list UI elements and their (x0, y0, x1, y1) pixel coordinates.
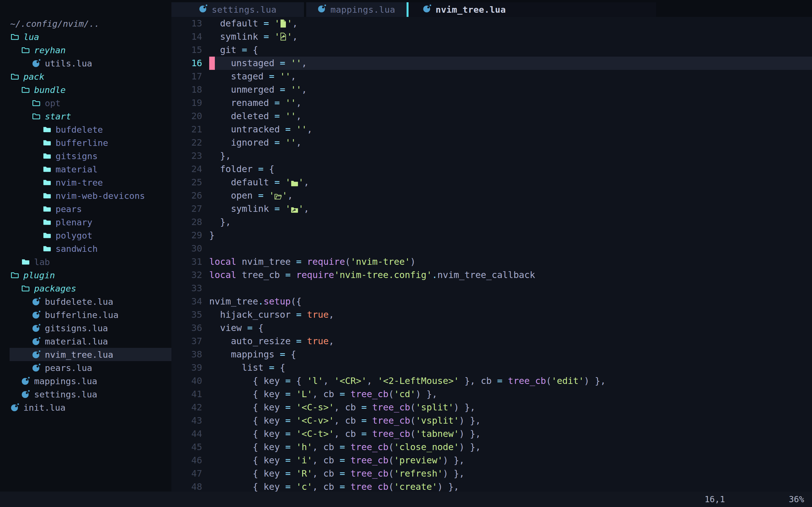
token: = (280, 58, 285, 68)
tree-item-bufdelete.lua[interactable]: bufdelete.lua (0, 295, 171, 308)
code-line-17[interactable]: 17 staged = '', (171, 70, 812, 83)
code-line-34[interactable]: 34nvim_tree.setup({ (171, 295, 812, 308)
tree-item-opt[interactable]: opt (0, 96, 171, 110)
token (367, 415, 372, 426)
tree-item-pears[interactable]: pears (0, 202, 171, 216)
tree-item-lua[interactable]: lua (0, 30, 171, 43)
lua-icon (10, 403, 19, 412)
token: = (285, 468, 291, 479)
code-line-26[interactable]: 26 open = '', (171, 189, 812, 202)
token: '' (285, 98, 296, 108)
tab-nvim_tree.lua[interactable]: nvim_tree.lua (409, 2, 656, 17)
tab-label: mappings.lua (331, 4, 395, 15)
lua-icon (32, 311, 41, 320)
tree-item-gitsigns[interactable]: gitsigns (0, 149, 171, 163)
token: = (296, 336, 301, 346)
tree-item-material.lua[interactable]: material.lua (0, 335, 171, 348)
tab-settings.lua[interactable]: settings.lua (171, 2, 304, 17)
token: { key (209, 442, 285, 452)
code-line-42[interactable]: 42 { key = '<C-s>', cb = tree_cb('split'… (171, 401, 812, 414)
tree-item-lab[interactable]: lab (0, 255, 171, 269)
code-line-25[interactable]: 25 default = '', (171, 176, 812, 189)
folder-filled-icon (42, 152, 51, 161)
tree-item-plenary[interactable]: plenary (0, 216, 171, 229)
code-line-18[interactable]: 18 unmerged = '', (171, 83, 812, 96)
tree-item-mappings.lua[interactable]: mappings.lua (0, 374, 171, 388)
tree-item-nvim-web-devicons[interactable]: nvim-web-devicons (0, 189, 171, 202)
code-line-40[interactable]: 40 { key = { 'l', '<CR>', '<2-LeftMouse>… (171, 374, 812, 388)
line-text: { key = 'R', cb = tree_cb('refresh') }, (209, 467, 812, 480)
tree-item-polygot[interactable]: polygot (0, 229, 171, 242)
token (280, 98, 285, 108)
tab-mappings.lua[interactable]: mappings.lua (306, 2, 407, 17)
tree-item-sandwich[interactable]: sandwich (0, 242, 171, 255)
code-line-14[interactable]: 14 symlink = '', (171, 30, 812, 43)
line-number: 33 (171, 282, 209, 295)
code-line-46[interactable]: 46 { key = 'i', cb = tree_cb('preview') … (171, 454, 812, 467)
code-line-44[interactable]: 44 { key = '<C-t>', cb = tree_cb('tabnew… (171, 427, 812, 441)
code-line-36[interactable]: 36 view = { (171, 321, 812, 335)
code-line-29[interactable]: 29} (171, 229, 812, 242)
tree-item-bufferline[interactable]: bufferline (0, 136, 171, 149)
code-line-37[interactable]: 37 auto_resize = true, (171, 335, 812, 348)
code-line-38[interactable]: 38 mappings = { (171, 348, 812, 361)
code-line-13[interactable]: 13 default = '', (171, 17, 812, 30)
code-line-19[interactable]: 19 renamed = '', (171, 96, 812, 110)
tree-item-init.lua[interactable]: init.lua (0, 401, 171, 414)
tree-item-label: bundle (34, 85, 66, 95)
line-number: 40 (171, 374, 209, 388)
token (302, 256, 307, 267)
code-line-30[interactable]: 30 (171, 242, 812, 255)
code-line-15[interactable]: 15 git = { (171, 43, 812, 57)
token: = (285, 429, 291, 439)
code-line-23[interactable]: 23 }, (171, 149, 812, 163)
code-line-41[interactable]: 41 { key = 'L', cb = tree_cb('cd') }, (171, 388, 812, 401)
line-text: auto_resize = true, (209, 335, 812, 348)
code-line-32[interactable]: 32local tree_cb = require'nvim-tree.conf… (171, 269, 812, 282)
token: = (264, 18, 269, 29)
token: git (209, 45, 242, 55)
folder-filled-icon (42, 244, 51, 253)
tree-item-packages[interactable]: packages (0, 282, 171, 295)
tree-item-plugin[interactable]: plugin (0, 269, 171, 282)
tree-item-bufferline.lua[interactable]: bufferline.lua (0, 308, 171, 321)
code-line-45[interactable]: 45 { key = 'h', cb = tree_cb('close_node… (171, 441, 812, 454)
line-number: 16 (171, 57, 209, 70)
token: = (247, 323, 253, 333)
code-line-28[interactable]: 28 }, (171, 216, 812, 229)
line-number: 37 (171, 335, 209, 348)
code-line-47[interactable]: 47 { key = 'R', cb = tree_cb('refresh') … (171, 467, 812, 480)
code-line-20[interactable]: 20 deleted = '', (171, 110, 812, 123)
code-line-35[interactable]: 35 hijack_cursor = true, (171, 308, 812, 321)
tree-item-utils.lua[interactable]: utils.lua (0, 57, 171, 70)
code-line-43[interactable]: 43 { key = '<C-v>', cb = tree_cb('vsplit… (171, 414, 812, 427)
token: 'preview' (394, 455, 443, 466)
code-line-31[interactable]: 31local nvim_tree = require('nvim-tree') (171, 255, 812, 269)
line-text: view = { (209, 321, 812, 335)
code-line-33[interactable]: 33 (171, 282, 812, 295)
tree-item-settings.lua[interactable]: settings.lua (0, 388, 171, 401)
code-line-27[interactable]: 27 symlink = '', (171, 202, 812, 216)
code-line-21[interactable]: 21 untracked = '', (171, 123, 812, 136)
tree-item-pears.lua[interactable]: pears.lua (0, 361, 171, 374)
folder-outline-icon (21, 46, 30, 55)
tree-item-nvim-tree[interactable]: nvim-tree (0, 176, 171, 189)
token: . (432, 270, 437, 280)
tree-item-bufdelete[interactable]: bufdelete (0, 123, 171, 136)
code-line-24[interactable]: 24 folder = { (171, 163, 812, 176)
tree-item-start[interactable]: start (0, 110, 171, 123)
token: ( (546, 376, 551, 386)
tree-item-material[interactable]: material (0, 163, 171, 176)
tree-item-reyhan[interactable]: reyhan (0, 43, 171, 57)
tree-item-bundle[interactable]: bundle (0, 83, 171, 96)
line-text: { key = '<C-v>', cb = tree_cb('vsplit') … (209, 414, 812, 427)
tree-item-gitsigns.lua[interactable]: gitsigns.lua (0, 321, 171, 335)
code-line-22[interactable]: 22 ignored = '', (171, 136, 812, 149)
tree-item-nvim_tree.lua[interactable]: nvim_tree.lua (0, 348, 171, 361)
tree-item-pack[interactable]: pack (0, 70, 171, 83)
code-line-16[interactable]: 16 unstaged = '', (171, 57, 812, 70)
code-line-39[interactable]: 39 list = { (171, 361, 812, 374)
token: ' (274, 18, 280, 29)
code-editor[interactable]: 13 default = '',14 symlink = '',15 git =… (171, 17, 812, 492)
code-line-48[interactable]: 48 { key = 'c', cb = tree_cb('create') }… (171, 480, 812, 492)
